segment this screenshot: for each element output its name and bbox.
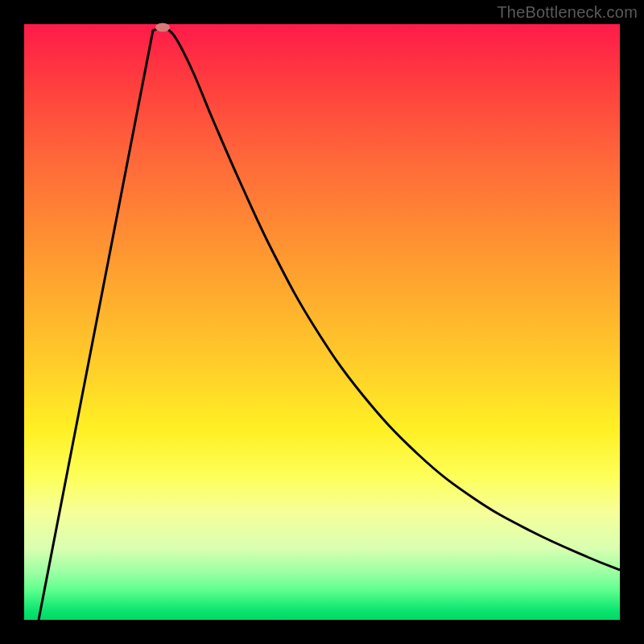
- watermark-text: TheBottleneck.com: [497, 3, 638, 22]
- curve-svg: [24, 24, 620, 620]
- curve-path: [39, 27, 620, 620]
- chart-frame: TheBottleneck.com: [0, 0, 644, 644]
- chart-plot-area: [24, 24, 620, 620]
